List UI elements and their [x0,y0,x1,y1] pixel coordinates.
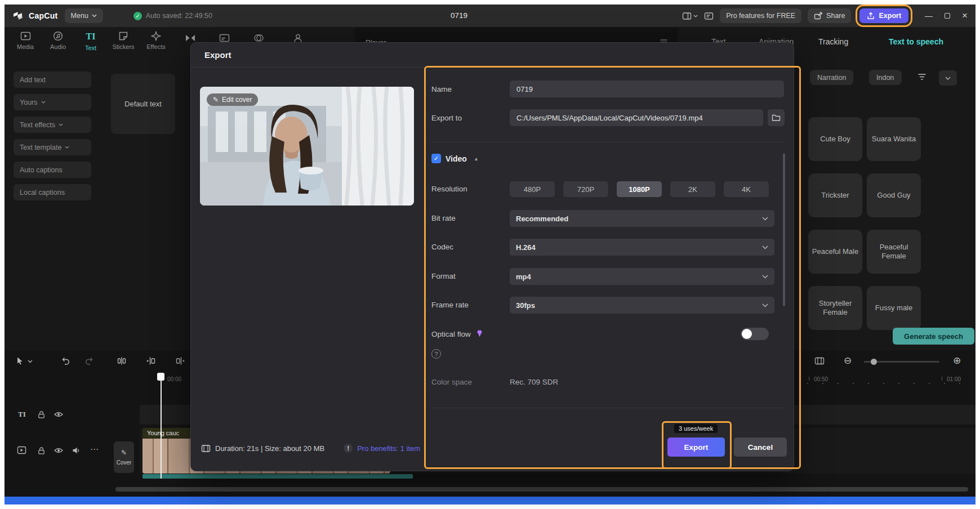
playhead-handle[interactable] [157,373,164,381]
tab-stickers[interactable]: Stickers [107,31,140,51]
tab-text[interactable]: TI Text [74,31,107,51]
dialog-scrollbar[interactable] [783,153,785,306]
filter-chip-narration[interactable]: Narration [810,70,853,85]
cancel-button[interactable]: Cancel [734,437,787,457]
tool-dropdown-chevron[interactable] [28,360,33,363]
lock-icon[interactable] [37,447,46,455]
project-title: 0719 [451,11,467,20]
eye-icon[interactable] [54,447,63,454]
stickers-icon [118,31,128,41]
folder-icon [772,114,781,122]
default-text-card[interactable]: Default text [111,74,175,134]
edit-cover-button[interactable]: ✎ Edit cover [207,93,258,106]
speaker-icon[interactable] [72,447,81,454]
export-button-top[interactable]: Export [859,8,908,23]
undo-button[interactable] [61,356,70,365]
voice-filter-dropdown-button[interactable] [939,70,957,86]
filter-icon[interactable] [917,73,926,81]
resolution-2k[interactable]: 2K [670,181,715,197]
voice-card[interactable]: Peaceful Male [808,230,862,274]
chevron-down-icon [762,275,768,279]
format-dropdown[interactable]: mp4 [510,268,774,285]
help-icon[interactable]: ? [431,349,441,359]
sidebar-item-add-text[interactable]: Add text [14,72,91,88]
audio-track-strip[interactable] [142,474,413,479]
menu-button[interactable]: Menu [65,8,103,23]
playhead-line[interactable] [161,373,162,479]
avatars-icon[interactable] [293,33,303,43]
voice-card[interactable]: Good Guy [867,173,921,217]
format-label: Format [431,272,456,280]
chevron-down-icon [762,245,768,249]
tab-audio[interactable]: Audio [42,31,74,51]
voice-card[interactable]: Cute Boy [808,117,862,161]
resolution-720p[interactable]: 720P [563,181,608,197]
tab-text-to-speech[interactable]: Text to speech [889,37,943,46]
sidebar-item-auto-captions[interactable]: Auto captions [14,162,91,178]
panel-layout-icon [682,12,692,20]
frame-rate-dropdown[interactable]: 30fps [510,297,774,314]
redo-button[interactable] [84,356,94,365]
color-space-label: Color space [431,378,472,386]
minimize-button[interactable]: — [925,11,933,20]
export-path-input[interactable] [510,109,763,126]
more-options-icon[interactable]: ⋯ [90,445,99,453]
tab-media[interactable]: Media [9,31,42,51]
sidebar-item-text-effects[interactable]: Text effects [14,117,91,133]
undo-icon [61,356,70,365]
generate-speech-button[interactable]: Generate speech [893,328,974,345]
video-section-label: Video [446,154,467,163]
sidebar-item-local-captions[interactable]: Local captions [14,184,91,200]
voice-card[interactable]: Peaceful Female [867,230,921,274]
chevron-down-icon [59,123,63,126]
optical-flow-toggle[interactable] [741,328,769,340]
pro-benefits-link[interactable]: Pro benefits: 1 item [357,444,420,453]
ruler-tick [942,377,942,381]
timeline-scrollbar[interactable] [115,487,968,492]
delete-right-button[interactable] [176,356,185,365]
select-tool-button[interactable] [16,356,24,365]
transitions-icon[interactable] [185,33,196,43]
preview-axis-button[interactable] [814,356,825,365]
codec-dropdown[interactable]: H.264 [510,239,774,256]
browse-folder-button[interactable] [768,109,785,126]
resolution-480p[interactable]: 480P [510,181,555,197]
timeline-zoom-slider[interactable] [864,361,939,363]
tab-effects[interactable]: Effects [140,31,172,51]
voice-card[interactable]: Suara Wanita [867,117,921,161]
name-input[interactable] [510,81,784,97]
zoom-out-button[interactable]: ⊖ [844,356,852,365]
collapse-icon[interactable]: ▲ [474,156,479,162]
cover-button[interactable]: ✎ Cover [114,441,134,473]
sidebar-item-yours[interactable]: Yours [14,94,91,110]
pro-features-button[interactable]: Pro features for FREE [720,8,801,23]
eye-icon[interactable] [54,410,63,418]
export-dialog: Export [190,42,794,471]
tab-tracking[interactable]: Tracking [818,37,848,46]
export-confirm-button[interactable]: Export [667,437,725,457]
lock-icon[interactable] [37,410,46,419]
filters-icon[interactable] [253,33,264,43]
zoom-in-button[interactable]: ⊕ [953,356,961,365]
voice-card[interactable]: Storyteller Female [808,286,862,330]
adjust-panel-button[interactable] [704,12,714,20]
split-clip-button[interactable] [117,356,126,365]
chevron-down-icon [693,15,698,17]
filter-chip-language[interactable]: Indon [869,70,902,85]
color-space-value: Rec. 709 SDR [510,378,558,386]
layout-toggle-button[interactable] [682,12,698,20]
chevron-down-icon [28,360,33,363]
delete-left-button[interactable] [146,356,155,365]
bit-rate-dropdown[interactable]: Recommended [510,210,774,227]
zoom-slider-knob[interactable] [871,359,877,365]
captions-icon[interactable] [219,33,230,43]
voice-card[interactable]: Trickster [808,173,862,217]
maximize-button[interactable] [945,13,950,19]
sidebar-item-text-template[interactable]: Text template [14,139,91,155]
resolution-4k[interactable]: 4K [724,181,769,197]
resolution-1080p[interactable]: 1080P [617,181,662,197]
share-button[interactable]: Share [808,8,851,23]
close-button[interactable]: × [962,10,968,21]
voice-card[interactable]: Fussy male [867,286,921,330]
video-checkbox[interactable]: ✓ [431,154,441,163]
